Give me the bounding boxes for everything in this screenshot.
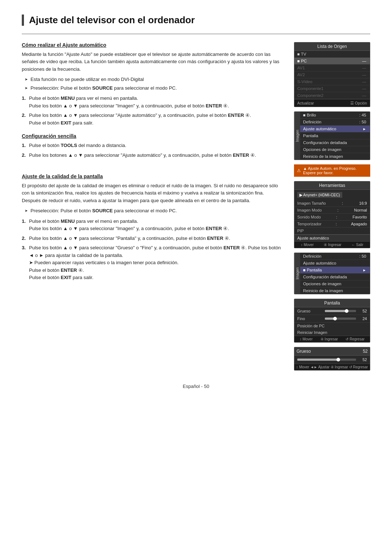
- source-row-tv: ■ TV: [294, 51, 370, 58]
- source-list-title: Lista de Origen: [294, 42, 370, 51]
- section3-arrow-list: Preselección: Pulse el botón SOURCE para…: [22, 207, 283, 214]
- imagen-row-opciones: Opciones de imagen: [300, 146, 370, 153]
- page-title-container: Ajuste del televisor con el ordenador: [22, 15, 370, 26]
- pantalla-slider-panel: Pantalla Grueso 52 Fino 24 Posición de P…: [294, 299, 370, 343]
- imagen-row-reinicio: Reinicio de la imagen: [300, 153, 370, 160]
- section1-heading: Cómo realizar el Ajuste automático: [22, 42, 283, 48]
- imagen2-row-opciones: Opciones de imagen: [300, 281, 370, 287]
- grueso-title: Grueso 52: [294, 347, 370, 356]
- imagen-row-brillo: ■ Brillo: 45: [300, 112, 370, 119]
- imagen2-row-definicion: Definición: 50: [300, 253, 370, 260]
- slider-bar-fino: [325, 318, 356, 320]
- herr-sonido-modo: Sonido Modo : Favorito: [294, 214, 370, 221]
- herramientas-title: Herramientas: [294, 181, 370, 190]
- anynet-label: ▶ Anynet+ (HDMI-CEC): [297, 192, 342, 198]
- grueso-nav-mover: ↕ Mover: [296, 365, 309, 369]
- imagen2-row-reinicio: Reinicio de la imagen: [300, 287, 370, 294]
- grueso-nav-ingresar: ④ Ingresar: [331, 365, 348, 369]
- imagen-menu-panel-1: Imagen ■ Brillo: 45 Definición: 50 Ajust…: [294, 111, 370, 160]
- section3-heading: Ajuste de la calidad de la pantalla: [22, 173, 283, 179]
- imagen2-row-config-det: Configuración detallada: [300, 274, 370, 281]
- anynet-row: ▶ Anynet+ (HDMI-CEC): [294, 190, 370, 200]
- source-row-av1: AV1—: [294, 65, 370, 71]
- right-column: Lista de Origen ■ TV ■ PC— AV1— AV2— S-V…: [294, 42, 370, 371]
- grueso-bar-panel: Grueso 52 52 ↕ Mover ◄► Ajustar ④ Ingres…: [294, 347, 370, 371]
- step-3-1: 1. Pulse el botón MENU para ver el menú …: [22, 218, 283, 233]
- arrow-item-1: Esta función no se puede utilizar en mod…: [25, 76, 283, 83]
- pantalla-nav-regresar: ↺ Regresar: [346, 337, 364, 341]
- herramientas-panel: Herramientas ▶ Anynet+ (HDMI-CEC) Imagen…: [294, 181, 370, 248]
- section-auto-adjust: Cómo realizar el Ajuste automático Media…: [22, 42, 283, 127]
- slider-posicion-pc: Posición de PC: [294, 323, 370, 329]
- warning-text: ▲ Ajuste Autom. en Progreso. Espere por …: [303, 166, 367, 175]
- imagen-row-ajuste-auto: Ajuste automático►: [300, 126, 370, 132]
- imagen-row-definicion: Definición: 50: [300, 119, 370, 126]
- herr-imagen-modo: Imagen Modo : Normal: [294, 207, 370, 214]
- grueso-nav-ajustar: ◄► Ajustar: [310, 365, 330, 369]
- grueso-slider-row: 52: [294, 356, 370, 364]
- imagen-menu-main-1: ■ Brillo: 45 Definición: 50 Ajuste autom…: [300, 112, 370, 160]
- section1-arrow-list: Esta función no se puede utilizar en mod…: [22, 76, 283, 92]
- herr-nav-ingresar: ④ Ingresar: [324, 243, 341, 247]
- source-nav-actualizar: Actualizar: [297, 101, 314, 105]
- section2-steps: 1. Pulse el botón TOOLS del mando a dist…: [22, 142, 283, 159]
- page-footer: Español - 50: [22, 381, 370, 389]
- imagen2-row-ajuste-auto: Ajuste automático: [300, 260, 370, 267]
- section-config-sencilla: Configuración sencilla 1. Pulse el botón…: [22, 133, 283, 159]
- section3-steps: 1. Pulse el botón MENU para ver el menú …: [22, 218, 283, 282]
- slider-row-grueso: Grueso 52: [294, 307, 370, 315]
- step-1-2: 2. Pulse los botón ▲ o ▼ para selecciona…: [22, 112, 283, 127]
- left-column: Cómo realizar el Ajuste automático Media…: [22, 42, 283, 371]
- herr-nav-salir: ← Salir: [351, 243, 363, 247]
- imagen-sidebar-label-1: Imagen: [294, 112, 300, 160]
- grueso-nav-bar: ↕ Mover ◄► Ajustar ④ Ingresar ↺ Regresar: [294, 364, 370, 370]
- grueso-nav-regresar: ↺ Regresar: [349, 365, 368, 369]
- content-wrapper: Cómo realizar el Ajuste automático Media…: [22, 42, 370, 371]
- pantalla-nav-ingresar: ④ Ingresar: [320, 337, 338, 341]
- herr-nav-mover: ↕ Mover: [301, 243, 314, 247]
- source-row-svideo: S-Vídeo—: [294, 78, 370, 85]
- imagen2-row-pantalla: ■ Pantalla►: [300, 267, 370, 274]
- grueso-title-label: Grueso: [297, 349, 311, 354]
- slider-reiniciar: Reiniciar Imagen: [294, 329, 370, 336]
- slider-row-fino: Fino 24: [294, 315, 370, 323]
- section2-heading: Configuración sencilla: [22, 133, 283, 139]
- source-row-av2: AV2—: [294, 71, 370, 78]
- arrow-item-2: Preselección: Pulse el botón SOURCE para…: [25, 85, 283, 92]
- herr-nav-bar: ↕ Mover ④ Ingresar ← Salir: [294, 241, 370, 248]
- source-nav-opcion: ☰ Opción: [350, 101, 367, 105]
- step-2-2: 2. Pulse los botones ▲ o ▼ para seleccio…: [22, 152, 283, 159]
- step-2-1: 1. Pulse el botón TOOLS del mando a dist…: [22, 142, 283, 149]
- warning-bar: ⚠ ▲ Ajuste Autom. en Progreso. Espere po…: [294, 164, 370, 177]
- grueso-value-label: 52: [363, 349, 368, 354]
- imagen-menu-panel-2: Imagen Definición: 50 Ajuste automático …: [294, 253, 370, 294]
- pantalla-nav-mover: ↕ Mover: [300, 337, 313, 341]
- step-3-3: 3. Pulse los botón ▲ o ▼ para selecciona…: [22, 244, 283, 281]
- source-bottom-nav: Actualizar ☰ Opción: [294, 99, 370, 107]
- herr-pip: PIP: [294, 228, 370, 234]
- section1-intro: Mediante la función "Ajuste Auto" se pue…: [22, 51, 283, 73]
- source-row-comp2: Componente2—: [294, 92, 370, 99]
- step-1-1: 1. Pulse el botón MENU para ver el menú …: [22, 95, 283, 110]
- page-title: Ajuste del televisor con el ordenador: [29, 15, 195, 25]
- step-3-2: 2. Pulse los botón ▲ o ▼ para selecciona…: [22, 235, 283, 242]
- arrow-item-s3: Preselección: Pulse el botón SOURCE para…: [25, 207, 283, 214]
- pantalla-title: Pantalla: [294, 299, 370, 307]
- imagen-sidebar-label-2: Imagen: [294, 253, 300, 294]
- section-calidad-pantalla: Ajuste de la calidad de la pantalla El p…: [22, 173, 283, 281]
- warning-icon: ⚠: [297, 168, 301, 173]
- herr-bottom: Ajuste automático: [294, 234, 370, 241]
- section1-steps: 1. Pulse el botón MENU para ver el menú …: [22, 95, 283, 127]
- source-list-panel: Lista de Origen ■ TV ■ PC— AV1— AV2— S-V…: [294, 42, 370, 107]
- source-row-comp1: Componente1—: [294, 85, 370, 92]
- section3-intro: El propósito del ajuste de la calidad de…: [22, 182, 283, 204]
- herr-temporizador: Temporizador : Apagado: [294, 221, 370, 228]
- source-row-pc: ■ PC—: [294, 58, 370, 65]
- grueso-slider-bar: [297, 359, 356, 361]
- herr-imagen-tamano: Imagen Tamaño : 16:9: [294, 200, 370, 207]
- imagen-row-config-det: Configuración detallada: [300, 139, 370, 146]
- imagen-row-pantalla: Pantalla: [300, 132, 370, 139]
- pantalla-nav-bar: ↕ Mover ④ Ingresar ↺ Regresar: [294, 336, 370, 342]
- slider-bar-grueso: [325, 310, 356, 312]
- footer-text: Español - 50: [183, 384, 209, 389]
